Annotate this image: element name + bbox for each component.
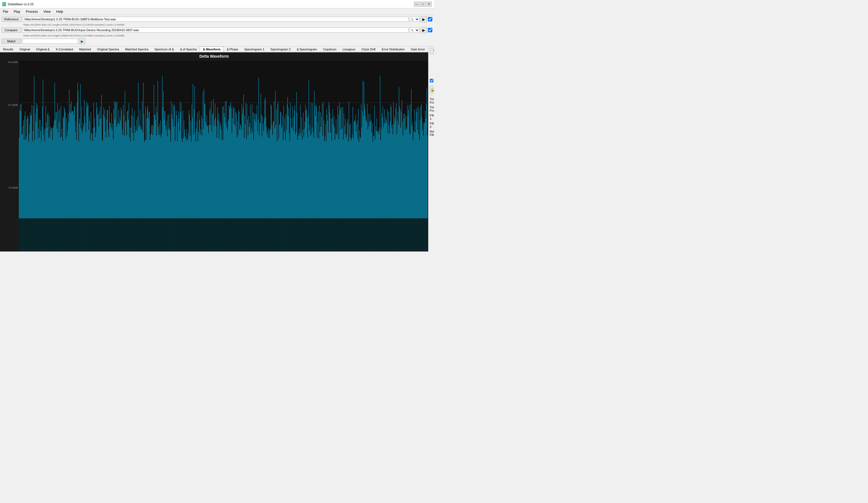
reference-play-button[interactable]: ▶ [421, 16, 427, 22]
main-area: Results Original Original Δ X-Correlated… [0, 46, 434, 251]
minimize-button[interactable]: — [414, 2, 420, 7]
app-icon: DW [2, 2, 6, 6]
reference-checkbox[interactable] [428, 17, 432, 21]
titlebar-left: DW DeltaWave v1.0.25 [2, 2, 34, 6]
y-label-2: -67,96dB [0, 104, 18, 106]
menu-help[interactable]: Help [53, 9, 66, 14]
right-panel: Show +dB 9 6 3 0 3 6 ◑ A ⚙ [428, 46, 434, 251]
lock-button[interactable]: 🔒 [430, 86, 434, 94]
y-label-4: -73,98dB [0, 186, 18, 189]
waveform-title: Delta Waveform [0, 52, 428, 60]
compare-label-button[interactable]: Compare: [2, 28, 21, 33]
notch-row: Notch Filter: Hz Q: [430, 130, 433, 136]
tab-delta-of-spectra[interactable]: Δ of Spectra [177, 46, 200, 52]
tab-spectrogram1[interactable]: Spectrogram 1 [241, 46, 267, 52]
tab-xcorrelated[interactable]: X-Correlated [53, 46, 76, 52]
tab-delta-spectrogram[interactable]: Δ Spectrogram [293, 46, 320, 52]
compare-path-input[interactable] [22, 28, 409, 33]
tab-lissajous[interactable]: Lissajous [340, 46, 359, 52]
tab-matched[interactable]: Matched [76, 46, 94, 52]
y-label-1: -64,44dB [0, 61, 18, 63]
match-extra-input[interactable] [22, 39, 78, 44]
compare-checkbox[interactable] [428, 28, 432, 32]
titlebar: DW DeltaWave v1.0.25 — □ ✕ [0, 0, 434, 8]
compare-play-button[interactable]: ▶ [421, 27, 427, 33]
tabs-bar: Results Original Original Δ X-Correlated… [0, 46, 428, 52]
tab-spectrogram2[interactable]: Spectrogram 2 [267, 46, 293, 52]
filter2-label: Filter 2: [430, 122, 434, 128]
filter2-row: Filter 2: (no limit) LP @end [430, 122, 433, 128]
tab-clock-drift[interactable]: Clock Drift [359, 46, 379, 52]
tab-delta-waveform[interactable]: Δ Waveform [200, 46, 224, 52]
content-area: Results Original Original Δ X-Correlated… [0, 46, 428, 251]
reference-sub: Rate=44100Hz Bits=16 Length=25356,190476… [23, 23, 432, 26]
trim-front-label-2: Trim Front: [430, 106, 434, 112]
menu-file[interactable]: File [0, 9, 11, 14]
compare-channel-select[interactable]: LR [410, 28, 420, 33]
trim-row-1: Trim Front: sec End: sec [430, 97, 433, 104]
trim-row-2: Trim Front: sec End: sec [430, 106, 433, 112]
log-axis-checkbox[interactable] [430, 79, 433, 82]
tab-delta-phase[interactable]: Δ Phase [224, 46, 241, 52]
close-button[interactable]: ✕ [426, 2, 432, 7]
menu-view[interactable]: View [41, 9, 53, 14]
reference-label-button[interactable]: Reference: [2, 17, 22, 22]
tab-results[interactable]: Results [0, 46, 17, 52]
checkbox-row: Log axis dB µs Inv. © [430, 77, 433, 84]
reference-channel-select[interactable]: LR [410, 17, 420, 22]
tab-original-delta[interactable]: Original Δ [33, 46, 53, 52]
notch-label: Notch Filter: [430, 130, 434, 136]
waveform-svg-container [19, 61, 428, 251]
reference-path-input[interactable] [23, 17, 409, 22]
tab-gain-error[interactable]: Gain Error [408, 46, 428, 52]
toolbar: Reference: LR ▶ Rate=44100Hz Bits=16 Len… [0, 15, 434, 46]
filter1-row: Filter 1: (no limit) LP @end [430, 114, 433, 120]
tab-original-spectra[interactable]: Original Spectra [94, 46, 122, 52]
trim-front-label: Trim Front: [430, 97, 434, 104]
tab-error-distribution[interactable]: Error Distribution [379, 46, 408, 52]
compare-row: Compare: LR ▶ [2, 27, 432, 33]
tab-spectrum-of-delta[interactable]: Spectrum of Δ [152, 46, 177, 52]
show-button[interactable]: Show [430, 48, 434, 54]
reference-row: Reference: LR ▶ [2, 16, 432, 22]
match-play-button[interactable]: ▶ [79, 38, 85, 44]
waveform-canvas[interactable] [19, 61, 428, 251]
compare-sub: Rate=44100Hz Bits=16 Length=29860,661678… [23, 34, 432, 37]
tab-matched-spectra[interactable]: Matched Spectra [122, 46, 151, 52]
match-row: Match ▶ [2, 38, 432, 44]
filter1-label: Filter 1: [430, 114, 434, 120]
show-area: Show +dB 9 6 3 0 3 6 ◑ A ⚙ [430, 48, 433, 76]
y-axis: -64,44dB -67,96dB -73,98dB 0 -73,98dB -6… [0, 61, 19, 251]
icon-row: 🔒 ⚓ Reset Axis ↻ [430, 85, 433, 94]
titlebar-controls: — □ ✕ [414, 2, 432, 7]
waveform-area: Delta Waveform -64,44dB -67,96dB -73,98d… [0, 52, 428, 251]
app-title: DeltaWave v1.0.25 [8, 2, 34, 6]
tab-cepstrum[interactable]: Cepstrum [320, 46, 340, 52]
menu-play[interactable]: Play [11, 9, 23, 14]
match-button[interactable]: Match [2, 39, 21, 44]
maximize-button[interactable]: □ [420, 2, 426, 7]
tab-original[interactable]: Original [17, 46, 33, 52]
menu-process[interactable]: Process [23, 9, 41, 14]
menubar: File Play Process View Help [0, 8, 434, 15]
